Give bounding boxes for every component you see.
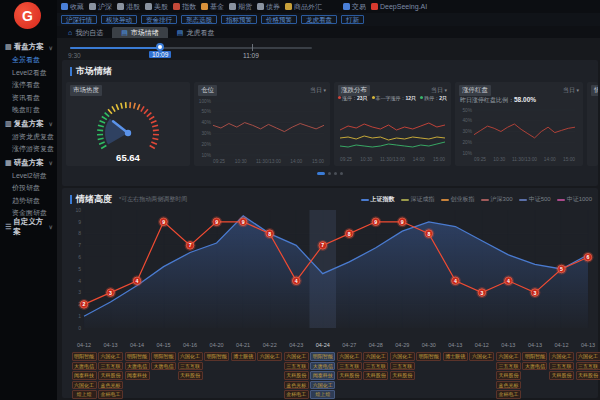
stock-chip-天科股份[interactable]: 天科股份: [337, 371, 362, 380]
stock-chip-六国化工[interactable]: 六国化工: [310, 381, 335, 390]
menu-期货[interactable]: 期货: [229, 2, 252, 12]
stock-chip-大唐电信[interactable]: 大唐电信: [125, 362, 150, 371]
stock-chip-六国化工[interactable]: 六国化工: [363, 352, 388, 361]
menu-基金[interactable]: 基金: [201, 2, 224, 12]
legend-item-中证500[interactable]: 中证500: [519, 195, 551, 204]
emotion-marker[interactable]: 7: [317, 240, 328, 251]
toolbar-button-指标预警[interactable]: 指标预警: [221, 15, 257, 24]
stock-chip-三五互联[interactable]: 三五互联: [363, 362, 388, 371]
stock-chip-六国化工[interactable]: 六国化工: [576, 352, 600, 361]
menu-指数[interactable]: 指数: [173, 2, 196, 12]
sidebar-item-Level2看盘[interactable]: Level2看盘: [0, 67, 57, 80]
stock-chip-天科股份[interactable]: 天科股份: [576, 371, 600, 380]
stock-chip-明阳智能[interactable]: 明阳智能: [125, 352, 150, 361]
stock-chip-明阳智能[interactable]: 明阳智能: [204, 352, 229, 361]
stock-chip-三五互联[interactable]: 三五互联: [284, 362, 309, 371]
stock-chip-三五互联[interactable]: 三五互联: [549, 362, 574, 371]
emotion-marker[interactable]: 9: [158, 216, 169, 227]
updown-range-dropdown[interactable]: 当日: [431, 86, 447, 95]
stock-chip-明阳智能[interactable]: 明阳智能: [310, 352, 335, 361]
position-range-dropdown[interactable]: 当日: [310, 86, 326, 95]
stock-chip-明阳智能[interactable]: 明阳智能: [151, 352, 176, 361]
toolbar-button-板块异动[interactable]: 板块异动: [101, 15, 137, 24]
legend-item-涨停[interactable]: 涨停：23只: [338, 95, 368, 101]
stock-chip-三五互联[interactable]: 三五互联: [576, 362, 600, 371]
sidebar-group-自定义方案[interactable]: ☰自定义方案∨: [0, 220, 57, 234]
emotion-marker[interactable]: 3: [105, 287, 116, 298]
stock-chip-明阳智能[interactable]: 明阳智能: [72, 352, 97, 361]
menu-港股[interactable]: 港股: [117, 2, 140, 12]
stock-chip-天科股份[interactable]: 天科股份: [363, 371, 388, 380]
stock-chip-六国化工[interactable]: 六国化工: [72, 381, 97, 390]
emotion-marker[interactable]: 9: [370, 216, 381, 227]
stock-chip-三五互联[interactable]: 三五互联: [98, 362, 123, 371]
emotion-marker[interactable]: 3: [476, 287, 487, 298]
stock-chip-明阳智能[interactable]: 明阳智能: [522, 352, 547, 361]
legend-item-中证1000[interactable]: 中证1000: [557, 195, 592, 204]
stock-chip-天科股份[interactable]: 天科股份: [390, 371, 415, 380]
emotion-marker[interactable]: 7: [185, 240, 196, 251]
toolbar-button-价格预警[interactable]: 价格预警: [261, 15, 297, 24]
stock-chip-煌上煌[interactable]: 煌上煌: [72, 390, 97, 399]
stock-chip-天科股份[interactable]: 天科股份: [284, 371, 309, 380]
emotion-marker[interactable]: 9: [211, 216, 222, 227]
stock-chip-大唐电信[interactable]: 大唐电信: [72, 362, 97, 371]
stock-chip-金杯电工[interactable]: 金杯电工: [496, 390, 521, 399]
stock-chip-六国化工[interactable]: 六国化工: [549, 352, 574, 361]
emotion-marker[interactable]: 4: [291, 275, 302, 286]
app-logo-icon[interactable]: G: [14, 2, 41, 29]
stock-chip-三五互联[interactable]: 三五互联: [496, 362, 521, 371]
emotion-marker[interactable]: 9: [397, 216, 408, 227]
stock-chip-三五互联[interactable]: 三五互联: [178, 362, 203, 371]
stock-chip-蓝色光标[interactable]: 蓝色光标: [284, 381, 309, 390]
emotion-marker[interactable]: 9: [238, 216, 249, 227]
carousel-dot[interactable]: [334, 172, 337, 175]
toolbar-button-形态选股[interactable]: 形态选股: [181, 15, 217, 24]
stock-chip-六国化工[interactable]: 六国化工: [337, 352, 362, 361]
stock-chip-天科股份[interactable]: 天科股份: [549, 371, 574, 380]
emotion-marker[interactable]: 2: [79, 299, 90, 310]
stock-chip-大唐电信[interactable]: 大唐电信: [310, 362, 335, 371]
menu-债券[interactable]: 债券: [257, 2, 280, 12]
stock-chip-天科股份[interactable]: 天科股份: [496, 371, 521, 380]
time-slider-handle[interactable]: [156, 43, 164, 51]
legend-item-上证指数[interactable]: 上证指数: [361, 195, 395, 204]
stock-chip-蓝色光标[interactable]: 蓝色光标: [496, 381, 521, 390]
stock-chip-闻泰科技[interactable]: 闻泰科技: [125, 371, 150, 380]
toolbar-button-资金排行[interactable]: 资金排行: [141, 15, 177, 24]
stock-chip-蓝色光标[interactable]: 蓝色光标: [98, 381, 123, 390]
stock-chip-六国化工[interactable]: 六国化工: [257, 352, 282, 361]
legend-item-深证成指[interactable]: 深证成指: [401, 195, 435, 204]
stock-chip-六国化工[interactable]: 六国化工: [284, 352, 309, 361]
emotion-marker[interactable]: 8: [264, 228, 275, 239]
sidebar-item-Level2研盘[interactable]: Level2研盘: [0, 170, 57, 183]
emotion-marker[interactable]: 8: [344, 228, 355, 239]
sidebar-group-复盘方案[interactable]: ▥复盘方案∨: [0, 117, 57, 131]
stock-chip-博士眼镜[interactable]: 博士眼镜: [231, 352, 256, 361]
tab-龙虎看盘[interactable]: ▤龙虎看盘: [168, 27, 224, 38]
stock-chip-三五互联[interactable]: 三五互联: [390, 362, 415, 371]
emotion-marker[interactable]: 6: [583, 252, 594, 263]
stock-chip-六国化工[interactable]: 六国化工: [469, 352, 494, 361]
menu-美股[interactable]: 美股: [145, 2, 168, 12]
emotion-marker[interactable]: 3: [529, 287, 540, 298]
emotion-marker[interactable]: 5: [556, 264, 567, 275]
legend-item-跌停[interactable]: 跌停：2只: [420, 95, 447, 101]
carousel-dot[interactable]: [340, 172, 343, 175]
stock-chip-闻泰科技[interactable]: 闻泰科技: [310, 371, 335, 380]
sidebar-item-趋势研盘[interactable]: 趋势研盘: [0, 195, 57, 208]
menu-沪深[interactable]: 沪深: [89, 2, 112, 12]
stock-chip-六国化工[interactable]: 六国化工: [496, 352, 521, 361]
toolbar-button-龙虎看盘[interactable]: 龙虎看盘: [301, 15, 337, 24]
toolbar-button-沪深行情[interactable]: 沪深行情: [61, 15, 97, 24]
carousel-dot[interactable]: [328, 172, 331, 175]
sidebar-group-看盘方案[interactable]: ▤看盘方案∨: [0, 40, 57, 54]
legend-item-沪深300[interactable]: 沪深300: [481, 195, 513, 204]
stock-chip-三五互联[interactable]: 三五互联: [337, 362, 362, 371]
time-slider-track[interactable]: [70, 47, 312, 49]
tab-我的自选[interactable]: ⌂我的自选: [59, 27, 112, 38]
toolbar-button-打新[interactable]: 打新: [341, 15, 364, 24]
stock-chip-天科股份[interactable]: 天科股份: [98, 371, 123, 380]
menu-DeepSeeing.AI[interactable]: DeepSeeing.AI: [371, 3, 427, 10]
stock-chip-大唐电信[interactable]: 大唐电信: [151, 362, 176, 371]
